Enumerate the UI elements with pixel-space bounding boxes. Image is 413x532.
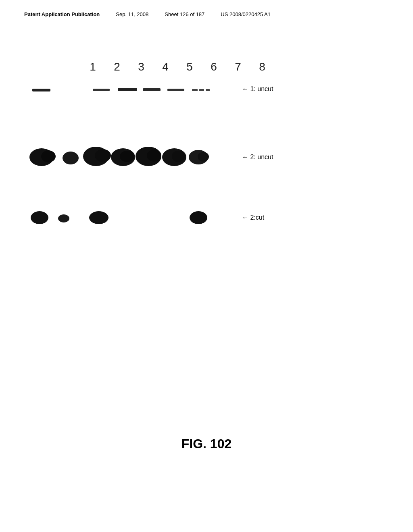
svg-point-13 (95, 149, 111, 162)
svg-text:← 2:cut: ← 2:cut (242, 214, 265, 221)
svg-point-21 (198, 152, 209, 162)
svg-rect-0 (32, 89, 50, 91)
lane-8: 8 (250, 60, 274, 73)
svg-rect-7 (206, 89, 210, 91)
svg-rect-1 (93, 89, 110, 91)
svg-text:← 1: uncut: ← 1: uncut (242, 85, 273, 92)
svg-point-26 (190, 211, 207, 224)
svg-point-24 (58, 214, 69, 222)
svg-rect-4 (167, 89, 184, 91)
svg-rect-2 (118, 88, 137, 91)
svg-rect-6 (199, 89, 204, 91)
publication-label: Patent Application Publication (24, 11, 100, 17)
svg-text:← 2: uncut: ← 2: uncut (242, 154, 273, 160)
figure-caption: FIG. 102 (181, 436, 232, 451)
page-header: Patent Application Publication Sep. 11, … (24, 11, 389, 17)
svg-point-25 (89, 211, 108, 224)
svg-point-23 (31, 211, 48, 224)
publication-date: Sep. 11, 2008 (116, 11, 148, 17)
lane-2: 2 (105, 60, 129, 73)
lane-4: 4 (153, 60, 177, 73)
sheet-info: Sheet 126 of 187 (165, 11, 204, 17)
svg-point-17 (147, 150, 161, 162)
lane-7: 7 (226, 60, 250, 73)
lane-numbers-row: 1 2 3 4 5 6 7 8 (81, 60, 389, 73)
lane-5: 5 (177, 60, 202, 73)
lane-6: 6 (202, 60, 226, 73)
svg-point-11 (63, 152, 79, 164)
gel-svg: ← 1: uncut ← 2: uncut ← 2:cut (24, 77, 371, 318)
svg-point-19 (172, 151, 185, 162)
lane-3: 3 (129, 60, 153, 73)
svg-point-15 (120, 151, 134, 162)
svg-rect-5 (192, 89, 198, 91)
svg-rect-3 (143, 88, 161, 91)
svg-point-10 (41, 150, 56, 162)
lane-1: 1 (81, 60, 105, 73)
patent-number: US 2008/0220425 A1 (221, 11, 271, 17)
